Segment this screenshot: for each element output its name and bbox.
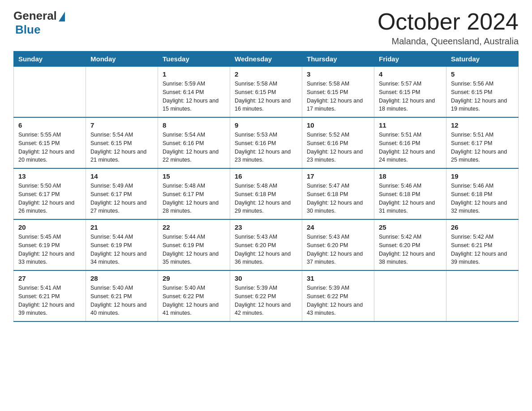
calendar-cell: 2Sunrise: 5:58 AM Sunset: 6:15 PM Daylig…	[230, 67, 302, 118]
day-detail: Sunrise: 5:42 AM Sunset: 6:21 PM Dayligh…	[451, 233, 514, 266]
day-number: 21	[90, 223, 153, 231]
calendar-week-4: 20Sunrise: 5:45 AM Sunset: 6:19 PM Dayli…	[14, 219, 519, 270]
calendar-cell	[374, 270, 446, 321]
day-number: 30	[235, 274, 297, 282]
page-title: October 2024	[378, 9, 519, 34]
logo-triangle-icon	[59, 12, 65, 21]
day-number: 4	[379, 70, 442, 78]
calendar-table: SundayMondayTuesdayWednesdayThursdayFrid…	[13, 51, 519, 322]
day-detail: Sunrise: 5:39 AM Sunset: 6:22 PM Dayligh…	[307, 284, 369, 317]
day-number: 27	[18, 274, 81, 282]
day-number: 29	[163, 274, 225, 282]
calendar-cell: 12Sunrise: 5:51 AM Sunset: 6:17 PM Dayli…	[446, 117, 519, 168]
day-detail: Sunrise: 5:46 AM Sunset: 6:18 PM Dayligh…	[451, 182, 514, 215]
day-detail: Sunrise: 5:54 AM Sunset: 6:15 PM Dayligh…	[90, 131, 153, 164]
day-detail: Sunrise: 5:56 AM Sunset: 6:15 PM Dayligh…	[451, 80, 514, 113]
calendar-cell: 19Sunrise: 5:46 AM Sunset: 6:18 PM Dayli…	[446, 168, 519, 219]
day-number: 11	[379, 121, 442, 129]
day-number: 19	[451, 172, 514, 180]
day-number: 1	[163, 70, 225, 78]
calendar-cell: 11Sunrise: 5:51 AM Sunset: 6:16 PM Dayli…	[374, 117, 446, 168]
calendar-cell: 18Sunrise: 5:46 AM Sunset: 6:18 PM Dayli…	[374, 168, 446, 219]
day-number: 23	[235, 223, 297, 231]
day-number: 5	[451, 70, 514, 78]
calendar-cell: 16Sunrise: 5:48 AM Sunset: 6:18 PM Dayli…	[230, 168, 302, 219]
header-thursday: Thursday	[302, 51, 374, 67]
day-detail: Sunrise: 5:55 AM Sunset: 6:15 PM Dayligh…	[18, 131, 81, 164]
logo-blue-text: Blue	[15, 23, 40, 37]
day-detail: Sunrise: 5:57 AM Sunset: 6:15 PM Dayligh…	[379, 80, 442, 113]
calendar-cell: 14Sunrise: 5:49 AM Sunset: 6:17 PM Dayli…	[86, 168, 158, 219]
day-detail: Sunrise: 5:51 AM Sunset: 6:16 PM Dayligh…	[379, 131, 442, 164]
day-number: 26	[451, 223, 514, 231]
day-detail: Sunrise: 5:43 AM Sunset: 6:20 PM Dayligh…	[307, 233, 369, 266]
day-detail: Sunrise: 5:43 AM Sunset: 6:20 PM Dayligh…	[235, 233, 297, 266]
day-detail: Sunrise: 5:54 AM Sunset: 6:16 PM Dayligh…	[163, 131, 225, 164]
day-number: 17	[307, 172, 369, 180]
day-detail: Sunrise: 5:41 AM Sunset: 6:21 PM Dayligh…	[18, 284, 81, 317]
header-monday: Monday	[86, 51, 158, 67]
header-saturday: Saturday	[446, 51, 519, 67]
calendar-cell: 10Sunrise: 5:52 AM Sunset: 6:16 PM Dayli…	[302, 117, 374, 168]
day-detail: Sunrise: 5:49 AM Sunset: 6:17 PM Dayligh…	[90, 182, 153, 215]
day-detail: Sunrise: 5:45 AM Sunset: 6:19 PM Dayligh…	[18, 233, 81, 266]
calendar-cell: 30Sunrise: 5:39 AM Sunset: 6:22 PM Dayli…	[230, 270, 302, 321]
calendar-cell: 13Sunrise: 5:50 AM Sunset: 6:17 PM Dayli…	[14, 168, 86, 219]
day-number: 20	[18, 223, 81, 231]
calendar-cell: 31Sunrise: 5:39 AM Sunset: 6:22 PM Dayli…	[302, 270, 374, 321]
day-number: 12	[451, 121, 514, 129]
day-number: 31	[307, 274, 369, 282]
day-detail: Sunrise: 5:52 AM Sunset: 6:16 PM Dayligh…	[307, 131, 369, 164]
day-detail: Sunrise: 5:44 AM Sunset: 6:19 PM Dayligh…	[163, 233, 225, 266]
day-detail: Sunrise: 5:48 AM Sunset: 6:17 PM Dayligh…	[163, 182, 225, 215]
calendar-cell: 6Sunrise: 5:55 AM Sunset: 6:15 PM Daylig…	[14, 117, 86, 168]
calendar-week-1: 1Sunrise: 5:59 AM Sunset: 6:14 PM Daylig…	[14, 67, 519, 118]
day-detail: Sunrise: 5:42 AM Sunset: 6:20 PM Dayligh…	[379, 233, 442, 266]
day-detail: Sunrise: 5:40 AM Sunset: 6:22 PM Dayligh…	[163, 284, 225, 317]
day-number: 3	[307, 70, 369, 78]
calendar-cell: 15Sunrise: 5:48 AM Sunset: 6:17 PM Dayli…	[158, 168, 230, 219]
header-sunday: Sunday	[14, 51, 86, 67]
day-detail: Sunrise: 5:40 AM Sunset: 6:21 PM Dayligh…	[90, 284, 153, 317]
calendar-cell	[86, 67, 158, 118]
calendar-cell: 20Sunrise: 5:45 AM Sunset: 6:19 PM Dayli…	[14, 219, 86, 270]
day-detail: Sunrise: 5:50 AM Sunset: 6:17 PM Dayligh…	[18, 182, 81, 215]
day-detail: Sunrise: 5:47 AM Sunset: 6:18 PM Dayligh…	[307, 182, 369, 215]
day-number: 15	[163, 172, 225, 180]
calendar-cell: 8Sunrise: 5:54 AM Sunset: 6:16 PM Daylig…	[158, 117, 230, 168]
calendar-cell: 28Sunrise: 5:40 AM Sunset: 6:21 PM Dayli…	[86, 270, 158, 321]
day-number: 13	[18, 172, 81, 180]
calendar-week-3: 13Sunrise: 5:50 AM Sunset: 6:17 PM Dayli…	[14, 168, 519, 219]
day-number: 25	[379, 223, 442, 231]
calendar-cell: 4Sunrise: 5:57 AM Sunset: 6:15 PM Daylig…	[374, 67, 446, 118]
day-number: 22	[163, 223, 225, 231]
calendar-cell	[14, 67, 86, 118]
header-tuesday: Tuesday	[158, 51, 230, 67]
day-detail: Sunrise: 5:51 AM Sunset: 6:17 PM Dayligh…	[451, 131, 514, 164]
day-number: 24	[307, 223, 369, 231]
calendar-week-2: 6Sunrise: 5:55 AM Sunset: 6:15 PM Daylig…	[14, 117, 519, 168]
calendar-cell: 25Sunrise: 5:42 AM Sunset: 6:20 PM Dayli…	[374, 219, 446, 270]
logo: General Blue	[13, 9, 65, 37]
day-number: 28	[90, 274, 153, 282]
title-block: October 2024 Malanda, Queensland, Austra…	[378, 9, 519, 47]
calendar-cell: 29Sunrise: 5:40 AM Sunset: 6:22 PM Dayli…	[158, 270, 230, 321]
day-number: 18	[379, 172, 442, 180]
calendar-cell: 26Sunrise: 5:42 AM Sunset: 6:21 PM Dayli…	[446, 219, 519, 270]
day-number: 8	[163, 121, 225, 129]
day-detail: Sunrise: 5:46 AM Sunset: 6:18 PM Dayligh…	[379, 182, 442, 215]
day-detail: Sunrise: 5:53 AM Sunset: 6:16 PM Dayligh…	[235, 131, 297, 164]
day-number: 2	[235, 70, 297, 78]
day-detail: Sunrise: 5:59 AM Sunset: 6:14 PM Dayligh…	[163, 80, 225, 113]
day-detail: Sunrise: 5:44 AM Sunset: 6:19 PM Dayligh…	[90, 233, 153, 266]
calendar-header-row: SundayMondayTuesdayWednesdayThursdayFrid…	[14, 51, 519, 67]
day-number: 16	[235, 172, 297, 180]
calendar-cell: 22Sunrise: 5:44 AM Sunset: 6:19 PM Dayli…	[158, 219, 230, 270]
calendar-cell	[446, 270, 519, 321]
logo-general-text: General	[13, 9, 57, 23]
day-detail: Sunrise: 5:58 AM Sunset: 6:15 PM Dayligh…	[235, 80, 297, 113]
calendar-cell: 3Sunrise: 5:58 AM Sunset: 6:15 PM Daylig…	[302, 67, 374, 118]
calendar-cell: 27Sunrise: 5:41 AM Sunset: 6:21 PM Dayli…	[14, 270, 86, 321]
calendar-cell: 1Sunrise: 5:59 AM Sunset: 6:14 PM Daylig…	[158, 67, 230, 118]
calendar-cell: 21Sunrise: 5:44 AM Sunset: 6:19 PM Dayli…	[86, 219, 158, 270]
